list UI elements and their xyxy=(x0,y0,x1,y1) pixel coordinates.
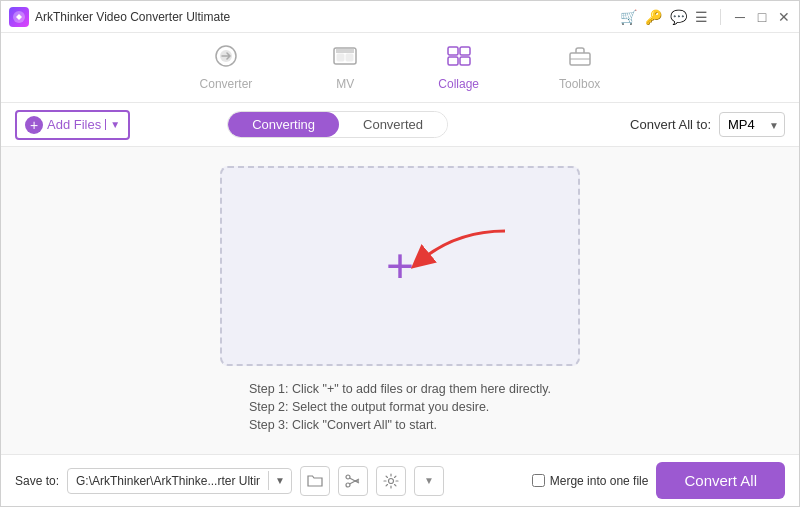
save-path-input[interactable] xyxy=(68,469,268,493)
convert-all-to-label: Convert All to: xyxy=(630,117,711,132)
app-logo xyxy=(9,7,29,27)
app-title: ArkThinker Video Converter Ultimate xyxy=(35,10,230,24)
cart-icon[interactable]: 🛒 xyxy=(620,9,637,25)
convert-all-button[interactable]: Convert All xyxy=(656,462,785,499)
red-arrow xyxy=(400,226,510,276)
menu-icon[interactable]: ☰ xyxy=(695,9,708,25)
mv-label: MV xyxy=(336,77,354,91)
drop-zone[interactable]: + xyxy=(220,166,580,366)
svg-rect-6 xyxy=(448,47,458,55)
toolbox-label: Toolbox xyxy=(559,77,600,91)
maximize-button[interactable]: □ xyxy=(755,10,769,24)
main-content: + Step 1: Click "+" to add files or drag… xyxy=(1,147,799,454)
instruction-2: Step 2: Select the output format you des… xyxy=(249,400,551,414)
key-icon[interactable]: 🔑 xyxy=(645,9,662,25)
convert-all-to-section: Convert All to: MP4 MKV AVI MOV WMV xyxy=(630,112,785,137)
nav-item-converter[interactable]: Converter xyxy=(190,39,263,97)
dropdown-tool-button[interactable]: ▼ xyxy=(414,466,444,496)
format-select-wrapper: MP4 MKV AVI MOV WMV xyxy=(719,112,785,137)
tab-converted[interactable]: Converted xyxy=(339,112,447,137)
merge-checkbox-group: Merge into one file xyxy=(532,474,649,488)
tab-group: Converting Converted xyxy=(227,111,448,138)
svg-rect-8 xyxy=(448,57,458,65)
nav-item-collage[interactable]: Collage xyxy=(428,39,489,97)
instructions: Step 1: Click "+" to add files or drag t… xyxy=(249,382,551,436)
svg-rect-4 xyxy=(337,54,344,61)
path-dropdown-button[interactable]: ▼ xyxy=(268,471,291,490)
message-icon[interactable]: 💬 xyxy=(670,9,687,25)
collage-label: Collage xyxy=(438,77,479,91)
converter-label: Converter xyxy=(200,77,253,91)
trim-icon xyxy=(345,474,361,488)
mv-icon xyxy=(332,45,358,73)
folder-icon xyxy=(307,474,323,488)
converter-icon xyxy=(213,45,239,73)
nav-bar: Converter MV Collage xyxy=(1,33,799,103)
instruction-3: Step 3: Click "Convert All" to start. xyxy=(249,418,551,432)
format-select[interactable]: MP4 MKV AVI MOV WMV xyxy=(719,112,785,137)
merge-checkbox[interactable] xyxy=(532,474,545,487)
title-bar: ArkThinker Video Converter Ultimate 🛒 🔑 … xyxy=(1,1,799,33)
plus-icon: + xyxy=(25,116,43,134)
svg-rect-9 xyxy=(460,57,470,65)
trim-tool-button[interactable] xyxy=(338,466,368,496)
tab-converting[interactable]: Converting xyxy=(228,112,339,137)
toolbar: + Add Files ▼ Converting Converted Conve… xyxy=(1,103,799,147)
settings-icon xyxy=(383,473,399,489)
save-path-wrapper: ▼ xyxy=(67,468,292,494)
toolbox-icon xyxy=(567,45,593,73)
nav-item-toolbox[interactable]: Toolbox xyxy=(549,39,610,97)
svg-rect-7 xyxy=(460,47,470,55)
open-folder-button[interactable] xyxy=(300,466,330,496)
instruction-1: Step 1: Click "+" to add files or drag t… xyxy=(249,382,551,396)
add-files-button[interactable]: + Add Files ▼ xyxy=(15,110,130,140)
nav-item-mv[interactable]: MV xyxy=(322,39,368,97)
svg-rect-5 xyxy=(346,54,353,61)
minimize-button[interactable]: ─ xyxy=(733,10,747,24)
collage-icon xyxy=(446,45,472,73)
add-files-label: Add Files xyxy=(47,117,101,132)
merge-label[interactable]: Merge into one file xyxy=(550,474,649,488)
settings-tool-button[interactable] xyxy=(376,466,406,496)
close-button[interactable]: ✕ xyxy=(777,10,791,24)
add-files-dropdown-arrow[interactable]: ▼ xyxy=(105,119,120,130)
svg-point-18 xyxy=(388,478,393,483)
bottom-bar: Save to: ▼ ▼ Merge into one file Convert… xyxy=(1,454,799,506)
window-controls: 🛒 🔑 💬 ☰ ─ □ ✕ xyxy=(620,9,791,25)
save-to-label: Save to: xyxy=(15,474,59,488)
